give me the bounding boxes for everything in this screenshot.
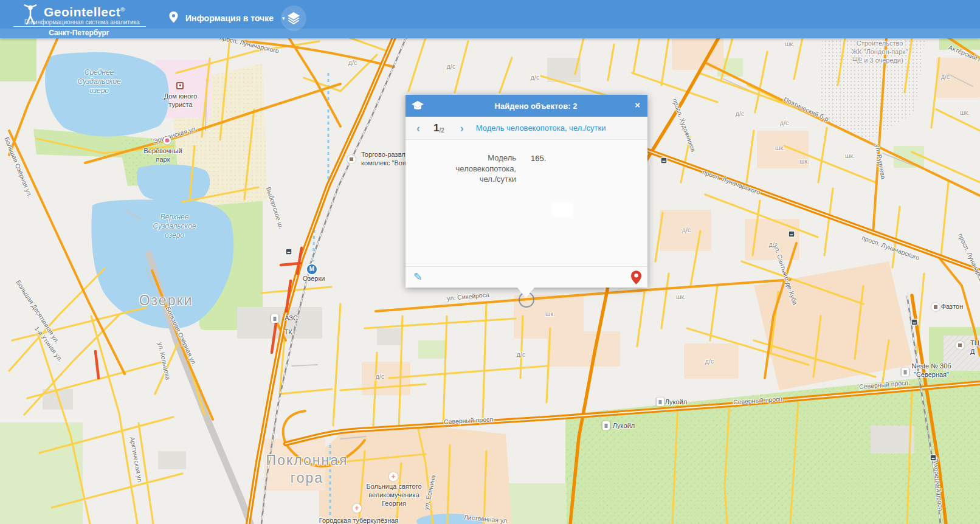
prev-page-button[interactable]: ‹ bbox=[416, 123, 420, 134]
info-popup: Найдено объектов: 2 × ‹ 1/2 › Модель чел… bbox=[405, 95, 647, 288]
header-divider bbox=[13, 26, 146, 27]
bus-icon[interactable] bbox=[789, 232, 795, 237]
layers-icon bbox=[411, 101, 424, 111]
attraction-icon[interactable] bbox=[164, 137, 171, 145]
layers-button[interactable] bbox=[281, 5, 306, 31]
brand-name: Geointellect® bbox=[44, 5, 125, 19]
bus-icon[interactable] bbox=[286, 249, 292, 255]
city-label: Санкт-Петербург bbox=[0, 29, 158, 37]
popup-anchor-tail bbox=[517, 288, 534, 298]
attribute-value: 165. bbox=[531, 153, 546, 185]
brand-tagline: Геоинформационная система аналитика bbox=[24, 19, 140, 26]
shop-icon[interactable] bbox=[347, 155, 356, 164]
layers-stack-icon bbox=[286, 11, 301, 26]
page-total: /2 bbox=[439, 127, 444, 134]
museum-icon[interactable] bbox=[176, 82, 184, 89]
bus-icon[interactable] bbox=[931, 455, 936, 461]
app-window: ОзеркиПоклонная гораСреднее Суздальское … bbox=[0, 0, 980, 524]
popup-footer: ✎ bbox=[405, 266, 647, 288]
shop-icon[interactable] bbox=[956, 341, 964, 350]
fuel-icon[interactable] bbox=[902, 368, 909, 376]
fuel-icon[interactable] bbox=[657, 398, 664, 406]
attribute-label: Модель человекопотока, чел./сутки bbox=[430, 153, 516, 185]
close-icon[interactable]: × bbox=[635, 100, 640, 110]
registered-mark: ® bbox=[120, 7, 125, 13]
page-number: 1/2 bbox=[433, 122, 444, 134]
popup-pager: ‹ 1/2 › Модель человекопотока, чел./сутк… bbox=[405, 117, 647, 140]
tool-label: Информация в точке bbox=[185, 13, 274, 23]
hospital-icon[interactable]: + bbox=[389, 472, 398, 481]
bus-icon[interactable] bbox=[661, 158, 667, 164]
attribute-row: Модель человекопотока, чел./сутки 165. bbox=[405, 153, 647, 185]
hospital-icon[interactable]: + bbox=[353, 504, 362, 513]
metro-icon[interactable]: М bbox=[307, 264, 317, 274]
fuel-icon[interactable] bbox=[602, 421, 610, 430]
bus-icon[interactable] bbox=[912, 320, 917, 325]
blank-patch bbox=[552, 202, 573, 217]
marker-pin-icon bbox=[631, 271, 641, 284]
shop-icon[interactable] bbox=[931, 303, 940, 311]
edit-pencil-icon[interactable]: ✎ bbox=[413, 271, 422, 283]
popup-header: Найдено объектов: 2 × bbox=[405, 95, 647, 117]
object-layer-link[interactable]: Модель человекопотока, чел./сутки bbox=[476, 123, 606, 133]
location-pin-icon bbox=[168, 11, 179, 26]
next-page-button[interactable]: › bbox=[460, 123, 464, 134]
app-header: Geointellect® Геоинформационная система … bbox=[0, 0, 980, 38]
popup-title: Найдено объектов: 2 bbox=[424, 102, 647, 111]
popup-content: Модель человекопотока, чел./сутки 165. bbox=[405, 140, 647, 266]
point-info-tool-dropdown[interactable]: Информация в точке ▾ bbox=[168, 6, 285, 30]
fuel-icon[interactable] bbox=[271, 314, 279, 323]
